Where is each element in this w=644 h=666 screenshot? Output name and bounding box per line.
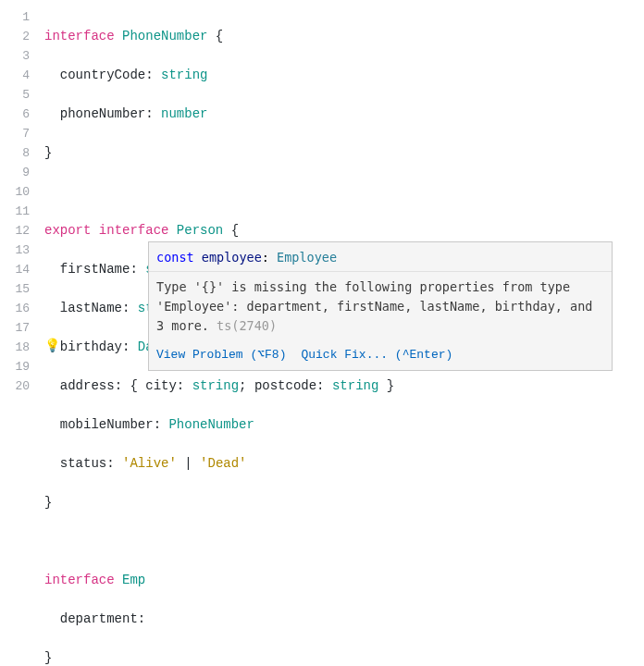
property: city [145, 378, 177, 393]
type-name: Emp [122, 573, 145, 587]
line-number: 16 [0, 299, 30, 318]
line-number: 19 [0, 357, 30, 376]
hover-tooltip: const employee: Employee Type '{}' is mi… [148, 241, 613, 371]
code-line[interactable]: mobileNumber: PhoneNumber [44, 415, 644, 435]
line-number: 6 [0, 105, 30, 124]
colon: : [122, 339, 138, 354]
line-number: 12 [0, 221, 30, 240]
type: PhoneNumber [168, 417, 254, 432]
line-number: 5 [0, 85, 30, 105]
property: status [60, 456, 106, 471]
tooltip-actions: View Problem (⌥F8)Quick Fix... (^Enter) [149, 341, 612, 370]
variable-name: employee [202, 250, 262, 265]
brace: } [44, 145, 52, 160]
brace: { [207, 29, 223, 43]
property: postcode [254, 378, 316, 393]
brace: { [223, 223, 239, 238]
type-name: Person [177, 223, 223, 238]
keyword: interface [44, 29, 115, 43]
type: number [161, 106, 207, 121]
line-number-gutter: 1 2 3 4 5 6 7 8 9 10 11 12 13 14 15 16 1… [0, 0, 37, 666]
keyword: export [44, 223, 91, 238]
line-number: 4 [0, 66, 30, 85]
keyword: const [156, 250, 194, 265]
colon: : [154, 417, 169, 432]
line-number: 2 [0, 27, 30, 46]
line-number: 1 [0, 7, 30, 27]
type: string [161, 68, 207, 82]
keyword: interface [44, 573, 115, 587]
code-line[interactable] [44, 532, 644, 551]
line-number: 3 [0, 46, 30, 66]
line-number: 7 [0, 124, 30, 143]
code-line[interactable]: } [44, 493, 644, 512]
code-line[interactable]: countryCode: string [44, 66, 644, 85]
property: birthday [60, 339, 122, 354]
code-line[interactable]: phoneNumber: number [44, 105, 644, 124]
tooltip-message: Type '{}' is missing the following prope… [149, 272, 612, 341]
code-line[interactable]: } [44, 143, 644, 163]
keyword: interface [99, 223, 169, 238]
property: countryCode [60, 68, 145, 82]
colon: : [122, 301, 138, 315]
code-line[interactable]: address: { city: string; postcode: strin… [44, 376, 644, 396]
colon: : [262, 250, 277, 265]
line-number: 20 [0, 376, 30, 396]
line-number: 18 [0, 338, 30, 357]
colon: : [145, 106, 161, 121]
line-number: 8 [0, 143, 30, 163]
property: mobileNumber [60, 417, 154, 432]
colon: : [106, 456, 122, 471]
colon: : [138, 611, 145, 626]
property: lastName [60, 301, 122, 315]
colon: : [145, 68, 161, 82]
line-number: 11 [0, 202, 30, 221]
colon: : { [115, 378, 146, 393]
colon: : [316, 378, 332, 393]
type-name: Employee [277, 250, 337, 265]
brace: } [378, 378, 394, 393]
tooltip-signature: const employee: Employee [149, 242, 612, 272]
code-line[interactable]: department: [44, 610, 644, 629]
line-number: 9 [0, 163, 30, 182]
type: string [332, 378, 378, 393]
view-problem-link[interactable]: View Problem (⌥F8) [156, 348, 286, 362]
code-line[interactable]: } [44, 648, 644, 666]
pipe: | [177, 456, 200, 471]
line-number: 15 [0, 279, 30, 299]
code-line[interactable]: interface Emp [44, 571, 644, 590]
property: firstName [60, 262, 130, 277]
line-number: 10 [0, 182, 30, 202]
colon: : [130, 262, 145, 277]
code-line[interactable]: export interface Person { [44, 221, 644, 240]
line-number: 17 [0, 318, 30, 338]
string: 'Alive' [122, 456, 177, 471]
code-line[interactable]: status: 'Alive' | 'Dead' [44, 454, 644, 474]
property: phoneNumber [60, 106, 145, 121]
brace: } [44, 495, 52, 510]
type-name: PhoneNumber [122, 29, 207, 43]
string: 'Dead' [200, 456, 246, 471]
line-number: 13 [0, 240, 30, 260]
type: string [192, 378, 239, 393]
error-code: ts(2740) [217, 318, 277, 333]
line-number: 14 [0, 260, 30, 279]
property: address [60, 378, 115, 393]
brace: } [44, 650, 52, 665]
code-line[interactable] [44, 182, 644, 202]
colon: : [177, 378, 192, 393]
quick-fix-link[interactable]: Quick Fix... (^Enter) [301, 348, 452, 362]
property: department [60, 611, 138, 626]
lightbulb-icon[interactable]: 💡 [44, 338, 60, 353]
code-line[interactable]: interface PhoneNumber { [44, 27, 644, 46]
semicolon: ; [239, 378, 254, 393]
